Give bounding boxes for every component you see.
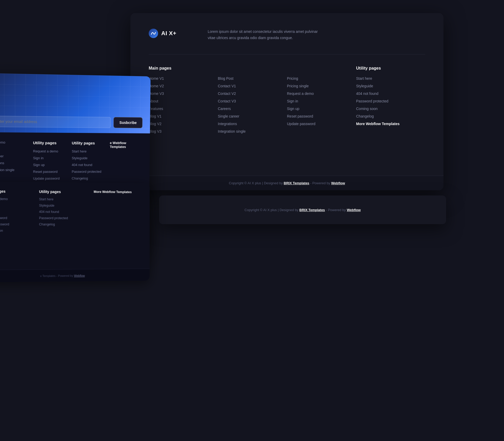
nav-link-blog-v3[interactable]: Blog V3 [149,129,218,133]
nav-link-more-webflow[interactable]: More Webflow Templates [356,122,425,126]
back-link-request-demo[interactable]: Request a demo [0,197,31,201]
back-card-body: Utility pages Request a demo Sign in Sig… [0,182,150,240]
brand-description: Lorem ipsum dolor sit amet consectetur i… [208,29,325,41]
nav-link-reset-password[interactable]: Reset password [287,114,356,118]
front-link-sign-in[interactable]: Sign in [33,156,64,160]
second-footer-copyright: Copyright © AI X plus | Designed by BRIX… [244,208,361,212]
nav-link-pricing-single[interactable]: Pricing single [287,84,356,88]
front-link-changelog[interactable]: Changelog [72,176,102,180]
back-link-pw-protected[interactable]: Password protected [39,216,86,220]
nav-link-careers[interactable]: Careers [218,107,287,111]
back-link-update-password[interactable]: Update password [0,222,31,226]
front-utility2-heading: Utility pages [72,141,102,145]
back-col-utility1: Utility pages Request a demo Sign in Sig… [0,189,31,232]
nav-col-utility: Utility pages Start here Styleguide 404 … [356,66,425,133]
front-col-utility2: Utility pages Start here Styleguide 404 … [72,141,102,187]
back-link-changelog[interactable]: Changelog [39,223,86,226]
front-link-start-here[interactable]: Start here [72,149,102,153]
back-col-more: More Webflow Templates [94,190,140,232]
nav-link-sign-up[interactable]: Sign up [287,107,356,111]
back-webflow-link[interactable]: Webflow [74,274,85,277]
front-link-career[interactable]: career [0,154,25,158]
back-card: Utility pages Request a demo Sign in Sig… [0,182,150,283]
nav-link-pricing[interactable]: Pricing [287,76,356,81]
nav-link-blog-post[interactable]: Blog Post [218,76,287,81]
front-link-update-password[interactable]: Update password [33,176,64,180]
front-col-utility1: Utility pages Request a demo Sign in Sig… [33,140,64,187]
brix-templates-link[interactable]: BRIX Templates [284,181,309,185]
nav-link-home-v3[interactable]: Home V3 [149,91,218,96]
nav-link-404[interactable]: 404 not found [356,91,425,96]
nav-link-integrations[interactable]: Integrations [218,122,287,126]
logo-icon [149,29,158,38]
back-utility1-heading: Utility pages [0,189,31,194]
second-brix-link[interactable]: BRIX Templates [299,208,325,212]
nav-link-changelog[interactable]: Changelog [356,114,425,118]
nav-link-single-career[interactable]: Single career [218,114,287,118]
nav-link-contact-v1[interactable]: Contact V1 [218,84,287,88]
front-card-hero: Susbcribe [0,73,151,133]
front-col-partial: a demo career rations gration single [0,140,25,187]
nav-link-integration-single[interactable]: Integration single [218,129,287,133]
front-utility1-heading: Utility pages [33,140,64,145]
front-link-sign-up[interactable]: Sign up [33,163,64,167]
nav-link-home-v1[interactable]: Home V1 [149,76,218,81]
back-link-sign-up[interactable]: Sign up [0,210,31,214]
nav-link-features[interactable]: Features [149,107,218,111]
nav-link-password-protected[interactable]: Password protected [356,99,425,103]
back-link-more-webflow[interactable]: More Webflow Templates [94,190,140,194]
logo-text: AI X+ [161,30,176,37]
nav-link-request-demo[interactable]: Request a demo [287,91,356,96]
nav-link-about[interactable]: About [149,99,218,103]
back-link-404[interactable]: 404 not found [39,210,86,214]
front-link-reset-password[interactable]: Reset password [33,170,64,174]
nav-link-contact-v3[interactable]: Contact V3 [218,99,287,103]
nav-col-main: Main pages Home V1 Home V2 Home V3 About… [149,66,218,133]
nav-link-blog-v1[interactable]: Blog V1 [149,114,218,118]
back-utility2-heading: Utility pages [39,189,86,194]
front-link-styleguide[interactable]: Styleguide [72,156,102,160]
nav-link-update-password[interactable]: Update password [287,122,356,126]
back-link-sign-in[interactable]: Sign in [0,203,31,207]
nav-col-more: Blog Post Contact V1 Contact V2 Contact … [218,66,287,133]
nav-link-sign-in[interactable]: Sign in [287,99,356,103]
back-link-styleguide[interactable]: Styleguide [39,204,86,207]
nav-col-pricing: Pricing Pricing single Request a demo Si… [287,66,356,133]
nav-link-coming-soon[interactable]: Coming soon [356,107,425,111]
utility-pages-heading: Utility pages [356,66,425,71]
front-link-pw-protected[interactable]: Password protected [72,170,102,174]
front-link-more-webflow[interactable]: e Webflow Templates [110,141,140,149]
front-link-rations[interactable]: rations [0,161,25,165]
back-link-start-here[interactable]: Start here [39,197,86,201]
nav-link-home-v2[interactable]: Home V2 [149,84,218,88]
second-card: Copyright © AI X plus | Designed by BRIX… [159,195,446,224]
main-card: AI X+ Lorem ipsum dolor sit amet consect… [130,13,443,190]
main-card-footer: Copyright © AI X plus | Designed by BRIX… [130,176,443,190]
separator [149,54,425,54]
main-pages-heading: Main pages [149,66,218,71]
front-link-empty [0,147,25,151]
nav-columns: Main pages Home V1 Home V2 Home V3 About… [149,66,425,133]
footer-copyright: Copyright © AI X plus | Designed by BRIX… [229,181,345,185]
second-webflow-link[interactable]: Webflow [347,208,361,212]
front-link-request-demo[interactable]: Request a demo [33,149,64,153]
webflow-link[interactable]: Webflow [331,181,345,185]
front-col-more: e Webflow Templates [110,141,140,187]
front-link-gration-single[interactable]: gration single [0,168,25,172]
logo-area: AI X+ [149,29,176,38]
subscribe-button[interactable]: Susbcribe [113,117,142,128]
back-col-utility2: Utility pages Start here Styleguide 404 … [39,189,86,232]
nav-link-contact-v2[interactable]: Contact V2 [218,91,287,96]
nav-link-blog-v2[interactable]: Blog V2 [149,122,218,126]
main-pages-links: Home V1 Home V2 Home V3 About Features B… [149,76,218,133]
front-link-a-demo[interactable]: a demo [0,140,25,144]
nav-link-start-here[interactable]: Start here [356,76,425,81]
subscribe-section: Susbcribe [0,116,142,128]
email-input[interactable] [0,116,111,128]
front-link-404[interactable]: 404 not found [72,163,102,167]
back-link-reset-password[interactable]: Reset password [0,216,31,220]
back-card-footer: x Templates - Powered by Webflow [0,268,150,282]
nav-link-styleguide[interactable]: Styleguide [356,84,425,88]
back-link-coming-soon[interactable]: Coming soon [0,229,31,232]
